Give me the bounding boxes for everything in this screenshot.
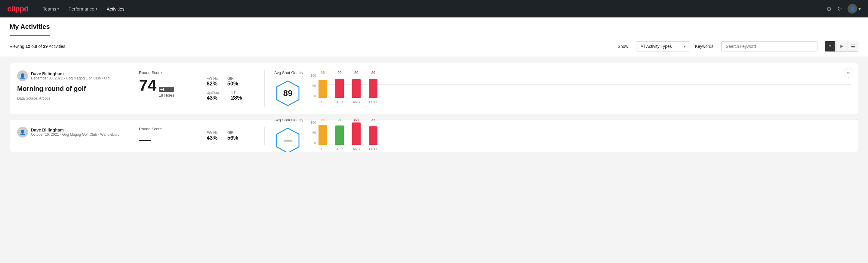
score-holes-1: 18 Holes <box>159 93 174 97</box>
divider-card2-2 <box>197 127 197 145</box>
stats-section-1: FW Hit 62% GIR 50% Up/Down 43% 1 Putt 28… <box>207 70 255 107</box>
gir-stat: GIR 50% <box>227 77 238 87</box>
user-date-1: December 05, 2021 - Gog Magog Golf Club … <box>31 76 110 80</box>
quality-hexagon-1: 89 <box>274 80 301 107</box>
fw-hit-stat: FW Hit 62% <box>207 77 218 87</box>
viewing-count-text: Viewing 12 out of 29 Activities <box>10 44 65 49</box>
refresh-icon[interactable]: ↻ <box>837 5 842 12</box>
card-1-left: 👤 Dave Billingham December 05, 2021 - Go… <box>17 70 119 107</box>
user-date-2: October 16, 2021 - Gog Magog Golf Club -… <box>31 133 119 137</box>
user-info-2: Dave Billingham October 16, 2021 - Gog M… <box>31 127 119 137</box>
stats-section-2: FW Hit 43% GIR 56% <box>207 127 255 145</box>
stat-row-2: Up/Down 43% 1 Putt 28% <box>207 91 255 101</box>
user-name-1: Dave Billingham <box>31 71 110 76</box>
round-score-2: Round Score — <box>139 127 187 145</box>
card-2-left: 👤 Dave Billingham October 16, 2021 - Gog… <box>17 127 119 145</box>
show-label: Show: <box>618 44 629 49</box>
activity-card-2: 👤 Dave Billingham October 16, 2021 - Gog… <box>10 119 858 152</box>
bar-chart-1: 100 50 0 85 <box>311 74 851 104</box>
bar-app-2: 92 APP <box>335 119 344 151</box>
fw-hit-stat-2: FW Hit 43% <box>207 130 218 141</box>
updown-stat: Up/Down 43% <box>207 91 221 101</box>
score-number-1: 74 <box>139 77 156 93</box>
stat-row-2-1: FW Hit 43% GIR 56% <box>207 130 255 141</box>
nav-teams[interactable]: Teams ▾ <box>43 6 59 11</box>
user-info-1: Dave Billingham December 05, 2021 - Gog … <box>31 71 110 80</box>
quality-section-2: Avg Shot Quality — 100 50 0 <box>274 127 851 145</box>
y-axis-labels: 100 50 0 <box>311 74 316 98</box>
user-menu-button[interactable]: 👤 ▾ <box>847 4 861 13</box>
activities-list: ✏ 👤 Dave Billingham December 05, 2021 - … <box>0 57 868 158</box>
card-1-user: 👤 Dave Billingham December 05, 2021 - Go… <box>17 70 119 81</box>
keywords-label: Keywords: <box>695 44 715 49</box>
divider-2 <box>197 70 197 107</box>
filter-bar: Viewing 12 out of 29 Activities Show: Al… <box>0 36 868 57</box>
activity-type-dropdown[interactable]: All Activity Types ▾ <box>636 41 690 52</box>
nav-right: ⊕ ↻ 👤 ▾ <box>827 4 861 13</box>
logo[interactable]: clippd <box>7 4 29 13</box>
bar-chart-2: 100 50 0 94 OTT <box>311 121 851 151</box>
quality-hexagon-2: — <box>274 127 301 152</box>
user-avatar-1: 👤 <box>17 70 28 81</box>
round-score-1: Round Score 74 +4 18 Holes <box>139 70 187 107</box>
bar-arg-2: 106 ARG <box>352 119 361 151</box>
gir-stat-2: GIR 56% <box>227 130 238 141</box>
avatar: 👤 <box>847 4 857 13</box>
nav-performance[interactable]: Performance ▾ <box>69 6 97 11</box>
data-source-1: Data Source: Arccos <box>17 96 119 100</box>
activity-title-1: Morning round of golf <box>17 85 119 93</box>
activity-card-1: ✏ 👤 Dave Billingham December 05, 2021 - … <box>10 63 858 114</box>
bar-ott-2: 94 OTT <box>318 119 327 151</box>
divider-1 <box>129 70 129 107</box>
user-avatar-2: 👤 <box>17 127 28 138</box>
add-icon[interactable]: ⊕ <box>827 5 832 12</box>
grid-view-button[interactable]: ⊞ <box>836 41 847 52</box>
card-2-user: 👤 Dave Billingham October 16, 2021 - Gog… <box>17 127 119 138</box>
page-header: My Activities <box>0 18 868 36</box>
score-number-2: — <box>139 134 151 146</box>
stat-row-1: FW Hit 62% GIR 50% <box>207 77 255 87</box>
bar-putt-2: 87 PUTT <box>369 119 378 151</box>
bar-ott-1: 85 OTT <box>318 71 327 104</box>
user-name-2: Dave Billingham <box>31 127 119 133</box>
bar-app-1: 90 APP <box>335 71 344 104</box>
navbar: clippd Teams ▾ Performance ▾ Activities … <box>0 0 868 18</box>
bar-putt-1: 89 PUTT <box>369 71 378 104</box>
view-toggle: ≡ ⊞ ☰ <box>825 41 858 52</box>
one-putt-stat: 1 Putt 28% <box>231 91 242 101</box>
score-badge-1: +4 <box>159 87 174 92</box>
nav-activities[interactable]: Activities <box>107 6 125 11</box>
list-compact-view-button[interactable]: ≡ <box>825 41 836 52</box>
search-input[interactable] <box>721 41 817 52</box>
quality-section-1: Avg Shot Quality 89 100 50 0 <box>274 70 851 107</box>
activity-chevron-icon: ▾ <box>684 44 686 49</box>
bar-arg-1: 89 ARG <box>352 71 361 104</box>
teams-chevron-icon: ▾ <box>57 7 59 10</box>
user-chevron-icon: ▾ <box>858 6 861 12</box>
score-main-1: 74 +4 18 Holes <box>139 77 187 97</box>
list-full-view-button[interactable]: ☰ <box>847 41 858 52</box>
performance-chevron-icon: ▾ <box>96 7 97 10</box>
divider-card2-1 <box>129 127 129 145</box>
page-title: My Activities <box>10 18 50 36</box>
score-main-2: — <box>139 134 187 146</box>
